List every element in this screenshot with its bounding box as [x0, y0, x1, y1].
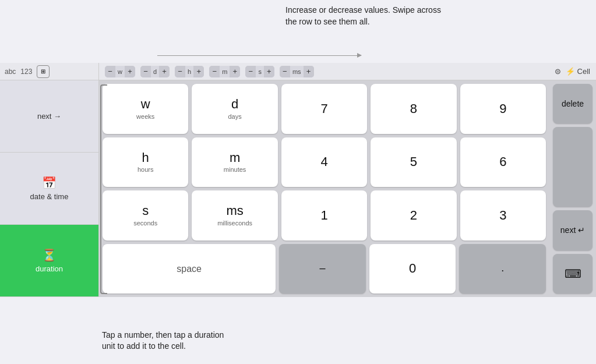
top-bar-right: ⊜ ⚡ Cell — [555, 67, 590, 76]
dot-sign: . — [501, 262, 504, 275]
key-milliseconds[interactable]: ms milliseconds — [192, 190, 277, 241]
sidebar-btn-next[interactable]: next → — [0, 80, 98, 153]
key-9[interactable]: 9 — [460, 84, 546, 134]
digit-4: 4 — [320, 154, 327, 169]
stepper-w-label: w — [115, 66, 125, 77]
space-label: space — [177, 263, 202, 274]
seconds-word: seconds — [133, 220, 157, 227]
stepper-w-minus[interactable]: − — [105, 66, 115, 77]
stepper-ms-minus[interactable]: − — [280, 66, 290, 77]
sidebar-top-labels: abc 123 ⊞ — [0, 63, 98, 80]
key-minutes[interactable]: m minutes — [192, 137, 277, 188]
stepper-d-label: d — [151, 66, 159, 77]
stepper-m-plus[interactable]: + — [230, 66, 240, 77]
digit-5: 5 — [410, 154, 417, 169]
stepper-ms: − ms + — [280, 66, 314, 77]
digit-2: 2 — [410, 208, 417, 223]
right-panel: delete next ↵ ⌨ — [549, 80, 596, 297]
left-sidebar: abc 123 ⊞ next → 📅 date & time ⏳ duratio… — [0, 63, 99, 297]
key-seconds[interactable]: s seconds — [103, 190, 188, 241]
key-7[interactable]: 7 — [281, 84, 367, 134]
minutes-letter: m — [230, 150, 240, 165]
stepper-h: − h + — [175, 66, 204, 77]
ms-word: milliseconds — [217, 220, 252, 227]
hours-letter: h — [142, 150, 149, 165]
stepper-ms-label: ms — [290, 66, 304, 77]
cell-btn[interactable]: ⚡ Cell — [566, 67, 590, 76]
stepper-s: − s + — [245, 66, 274, 77]
days-word: days — [228, 113, 241, 121]
delete-button[interactable]: delete — [553, 84, 593, 123]
weeks-word: weeks — [136, 113, 154, 121]
key-1[interactable]: 1 — [281, 190, 367, 241]
key-0[interactable]: 0 — [369, 244, 456, 294]
spacer-btn — [553, 127, 593, 207]
sidebar-btn-duration[interactable]: ⏳ duration — [0, 225, 98, 297]
stepper-w: − w + — [105, 66, 135, 77]
key-row-1: w weeks d days 7 8 9 — [103, 84, 546, 134]
digit-7: 7 — [320, 101, 327, 116]
key-row-4: space – 0 . — [103, 244, 546, 294]
stepper-s-label: s — [256, 66, 264, 77]
stepper-h-plus[interactable]: + — [193, 66, 204, 77]
duration-icon: ⏳ — [42, 248, 57, 262]
key-weeks[interactable]: w weeks — [103, 84, 188, 134]
steppers-group: − w + − d + − h + − m + − s + − ms + — [105, 66, 317, 77]
key-4[interactable]: 4 — [281, 137, 367, 188]
annotation-top: Increase or decrease values. Swipe acros… — [285, 5, 449, 27]
delete-label: delete — [562, 99, 584, 108]
key-row-2: h hours m minutes 4 5 6 — [103, 137, 546, 188]
sidebar-icon-btn[interactable]: ⊞ — [37, 65, 50, 78]
days-letter: d — [231, 97, 238, 112]
menu-icon[interactable]: ⊜ — [555, 67, 561, 76]
label-123[interactable]: 123 — [20, 68, 32, 76]
key-dot[interactable]: . — [459, 244, 546, 294]
key-hours[interactable]: h hours — [103, 137, 188, 188]
key-6[interactable]: 6 — [460, 137, 546, 188]
key-space[interactable]: space — [103, 244, 276, 294]
stepper-h-label: h — [185, 66, 193, 77]
minutes-word: minutes — [224, 166, 246, 174]
key-days[interactable]: d days — [192, 84, 277, 134]
label-abc[interactable]: abc — [5, 68, 16, 76]
annotation-bottom: Tap a number, then tap a duration unit t… — [102, 330, 236, 352]
digit-6: 6 — [499, 154, 506, 169]
sidebar-btn-date-time[interactable]: 📅 date & time — [0, 153, 98, 225]
keyboard-icon: ⌨ — [565, 267, 581, 281]
weeks-letter: w — [141, 97, 150, 112]
bracket-indicator — [100, 84, 107, 294]
keyboard-button[interactable]: ⌨ — [553, 254, 593, 294]
stepper-m-label: m — [220, 66, 230, 77]
key-3[interactable]: 3 — [460, 190, 546, 241]
annotation-bottom-text: Tap a number, then tap a duration unit t… — [102, 330, 224, 351]
stepper-s-minus[interactable]: − — [245, 66, 256, 77]
digit-3: 3 — [499, 208, 506, 223]
top-stepper-bar: − w + − d + − h + − m + − s + − ms + — [99, 63, 596, 80]
key-5[interactable]: 5 — [371, 137, 456, 188]
duration-label: duration — [36, 264, 63, 273]
digit-9: 9 — [499, 101, 506, 116]
digit-8: 8 — [410, 101, 417, 116]
minus-sign: – — [319, 262, 325, 275]
next-btn-label: next → — [37, 112, 61, 121]
stepper-d-minus[interactable]: − — [140, 66, 151, 77]
stepper-s-plus[interactable]: + — [264, 66, 274, 77]
stepper-d-plus[interactable]: + — [159, 66, 170, 77]
next-return-button[interactable]: next ↵ — [553, 210, 593, 250]
key-row-3: s seconds ms milliseconds 1 2 3 — [103, 190, 546, 241]
stepper-ms-plus[interactable]: + — [304, 66, 314, 77]
key-minus[interactable]: – — [279, 244, 366, 294]
key-2[interactable]: 2 — [371, 190, 456, 241]
stepper-w-plus[interactable]: + — [125, 66, 135, 77]
annotation-top-text: Increase or decrease values. Swipe acros… — [285, 5, 441, 26]
stepper-m-minus[interactable]: − — [209, 66, 220, 77]
digit-0: 0 — [409, 261, 416, 276]
stepper-h-minus[interactable]: − — [175, 66, 185, 77]
seconds-letter: s — [142, 203, 149, 218]
stepper-m: − m + — [209, 66, 240, 77]
key-8[interactable]: 8 — [371, 84, 456, 134]
next-return-label: next ↵ — [560, 225, 585, 235]
main-keypad: w weeks d days 7 8 9 h hours m minutes 4 — [99, 80, 549, 297]
hours-word: hours — [137, 166, 154, 174]
date-time-label: date & time — [30, 192, 69, 201]
